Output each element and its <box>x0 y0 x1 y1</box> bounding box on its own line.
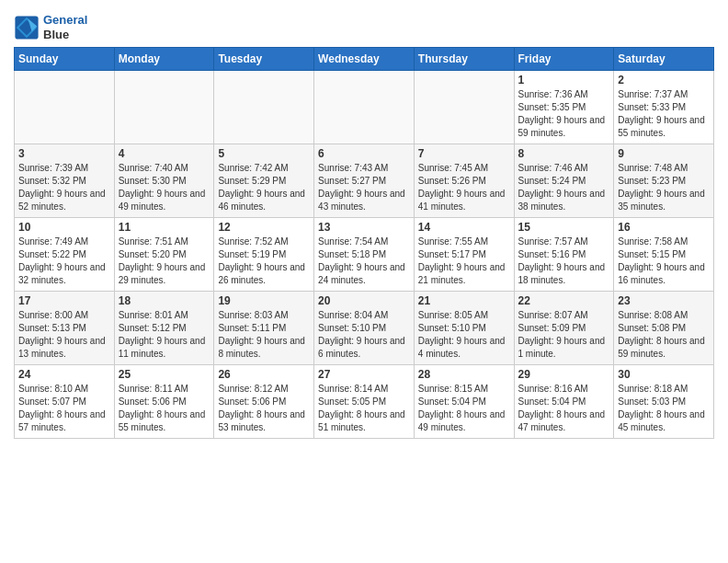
day-number: 7 <box>418 147 510 160</box>
day-info: Sunrise: 8:08 AM Sunset: 5:08 PM Dayligh… <box>618 309 710 361</box>
day-info: Sunrise: 8:11 AM Sunset: 5:06 PM Dayligh… <box>119 383 210 434</box>
day-number: 16 <box>618 221 710 234</box>
day-info: Sunrise: 7:46 AM Sunset: 5:24 PM Dayligh… <box>518 162 610 213</box>
day-number: 28 <box>418 368 510 381</box>
calendar-day-cell <box>414 71 514 144</box>
calendar-table: SundayMondayTuesdayWednesdayThursdayFrid… <box>14 47 714 439</box>
day-of-week-header: Friday <box>514 48 614 71</box>
calendar-day-cell: 10Sunrise: 7:49 AM Sunset: 5:22 PM Dayli… <box>15 218 115 292</box>
calendar-day-cell: 8Sunrise: 7:46 AM Sunset: 5:24 PM Daylig… <box>514 144 614 218</box>
day-number: 5 <box>218 147 310 160</box>
calendar-day-cell: 13Sunrise: 7:54 AM Sunset: 5:18 PM Dayli… <box>314 218 415 292</box>
day-of-week-header: Wednesday <box>314 48 415 71</box>
calendar-day-cell <box>114 71 214 144</box>
calendar-day-cell: 18Sunrise: 8:01 AM Sunset: 5:12 PM Dayli… <box>114 292 214 365</box>
day-info: Sunrise: 7:51 AM Sunset: 5:20 PM Dayligh… <box>119 236 210 287</box>
day-info: Sunrise: 8:04 AM Sunset: 5:10 PM Dayligh… <box>318 309 410 361</box>
calendar-day-cell: 29Sunrise: 8:16 AM Sunset: 5:04 PM Dayli… <box>514 365 614 439</box>
page-header: General Blue <box>14 9 714 41</box>
calendar-day-cell: 9Sunrise: 7:48 AM Sunset: 5:23 PM Daylig… <box>614 144 714 218</box>
calendar-day-cell: 5Sunrise: 7:42 AM Sunset: 5:29 PM Daylig… <box>214 144 314 218</box>
day-number: 11 <box>119 221 210 234</box>
calendar-day-cell <box>314 71 415 144</box>
calendar-day-cell: 28Sunrise: 8:15 AM Sunset: 5:04 PM Dayli… <box>414 365 514 439</box>
calendar-day-cell <box>214 71 314 144</box>
calendar-day-cell: 14Sunrise: 7:55 AM Sunset: 5:17 PM Dayli… <box>414 218 514 292</box>
day-info: Sunrise: 7:39 AM Sunset: 5:32 PM Dayligh… <box>18 162 110 213</box>
calendar-day-cell: 3Sunrise: 7:39 AM Sunset: 5:32 PM Daylig… <box>15 144 115 218</box>
day-number: 25 <box>119 368 210 381</box>
day-info: Sunrise: 8:10 AM Sunset: 5:07 PM Dayligh… <box>18 383 110 434</box>
calendar-day-cell: 6Sunrise: 7:43 AM Sunset: 5:27 PM Daylig… <box>314 144 415 218</box>
calendar-day-cell: 27Sunrise: 8:14 AM Sunset: 5:05 PM Dayli… <box>314 365 415 439</box>
day-number: 19 <box>218 294 310 307</box>
calendar-day-cell: 1Sunrise: 7:36 AM Sunset: 5:35 PM Daylig… <box>514 71 614 144</box>
day-of-week-header: Monday <box>114 48 214 71</box>
calendar-day-cell: 12Sunrise: 7:52 AM Sunset: 5:19 PM Dayli… <box>214 218 314 292</box>
calendar-day-cell: 11Sunrise: 7:51 AM Sunset: 5:20 PM Dayli… <box>114 218 214 292</box>
day-number: 17 <box>18 294 110 307</box>
calendar-day-cell: 16Sunrise: 7:58 AM Sunset: 5:15 PM Dayli… <box>614 218 714 292</box>
calendar-week-row: 17Sunrise: 8:00 AM Sunset: 5:13 PM Dayli… <box>15 292 714 365</box>
calendar-week-row: 10Sunrise: 7:49 AM Sunset: 5:22 PM Dayli… <box>15 218 714 292</box>
calendar-day-cell: 17Sunrise: 8:00 AM Sunset: 5:13 PM Dayli… <box>15 292 115 365</box>
day-info: Sunrise: 7:57 AM Sunset: 5:16 PM Dayligh… <box>518 236 610 287</box>
day-number: 12 <box>218 221 310 234</box>
calendar-day-cell: 30Sunrise: 8:18 AM Sunset: 5:03 PM Dayli… <box>614 365 714 439</box>
calendar-day-cell: 20Sunrise: 8:04 AM Sunset: 5:10 PM Dayli… <box>314 292 415 365</box>
day-number: 29 <box>518 368 610 381</box>
day-number: 21 <box>418 294 510 307</box>
day-number: 8 <box>518 147 610 160</box>
calendar-week-row: 24Sunrise: 8:10 AM Sunset: 5:07 PM Dayli… <box>15 365 714 439</box>
day-number: 6 <box>318 147 410 160</box>
day-info: Sunrise: 8:16 AM Sunset: 5:04 PM Dayligh… <box>518 383 610 434</box>
calendar-day-cell: 21Sunrise: 8:05 AM Sunset: 5:10 PM Dayli… <box>414 292 514 365</box>
calendar-day-cell: 4Sunrise: 7:40 AM Sunset: 5:30 PM Daylig… <box>114 144 214 218</box>
day-info: Sunrise: 8:12 AM Sunset: 5:06 PM Dayligh… <box>218 383 310 434</box>
day-info: Sunrise: 7:49 AM Sunset: 5:22 PM Dayligh… <box>18 236 110 287</box>
day-number: 18 <box>119 294 210 307</box>
day-info: Sunrise: 8:18 AM Sunset: 5:03 PM Dayligh… <box>618 383 710 434</box>
day-of-week-header: Tuesday <box>214 48 314 71</box>
day-info: Sunrise: 7:54 AM Sunset: 5:18 PM Dayligh… <box>318 236 410 287</box>
logo: General Blue <box>14 13 87 41</box>
day-number: 13 <box>318 221 410 234</box>
calendar-day-cell: 22Sunrise: 8:07 AM Sunset: 5:09 PM Dayli… <box>514 292 614 365</box>
day-info: Sunrise: 8:15 AM Sunset: 5:04 PM Dayligh… <box>418 383 510 434</box>
day-number: 14 <box>418 221 510 234</box>
day-info: Sunrise: 7:42 AM Sunset: 5:29 PM Dayligh… <box>218 162 310 213</box>
calendar-day-cell: 15Sunrise: 7:57 AM Sunset: 5:16 PM Dayli… <box>514 218 614 292</box>
day-info: Sunrise: 7:58 AM Sunset: 5:15 PM Dayligh… <box>618 236 710 287</box>
calendar-day-cell: 23Sunrise: 8:08 AM Sunset: 5:08 PM Dayli… <box>614 292 714 365</box>
calendar-day-cell: 25Sunrise: 8:11 AM Sunset: 5:06 PM Dayli… <box>114 365 214 439</box>
day-of-week-header: Saturday <box>614 48 714 71</box>
day-info: Sunrise: 7:40 AM Sunset: 5:30 PM Dayligh… <box>119 162 210 213</box>
day-number: 4 <box>119 147 210 160</box>
calendar-day-cell: 2Sunrise: 7:37 AM Sunset: 5:33 PM Daylig… <box>614 71 714 144</box>
logo-text: General Blue <box>43 13 87 41</box>
calendar-header-row: SundayMondayTuesdayWednesdayThursdayFrid… <box>15 48 714 71</box>
logo-icon <box>14 15 40 40</box>
day-info: Sunrise: 8:07 AM Sunset: 5:09 PM Dayligh… <box>518 309 610 361</box>
day-number: 3 <box>18 147 110 160</box>
day-number: 2 <box>618 74 710 86</box>
page-container: General Blue SundayMondayTuesdayWednesda… <box>0 0 728 448</box>
day-info: Sunrise: 8:05 AM Sunset: 5:10 PM Dayligh… <box>418 309 510 361</box>
day-number: 10 <box>18 221 110 234</box>
day-number: 30 <box>618 368 710 381</box>
calendar-day-cell: 24Sunrise: 8:10 AM Sunset: 5:07 PM Dayli… <box>15 365 115 439</box>
day-info: Sunrise: 8:14 AM Sunset: 5:05 PM Dayligh… <box>318 383 410 434</box>
calendar-day-cell <box>15 71 115 144</box>
day-info: Sunrise: 8:01 AM Sunset: 5:12 PM Dayligh… <box>119 309 210 361</box>
calendar-day-cell: 26Sunrise: 8:12 AM Sunset: 5:06 PM Dayli… <box>214 365 314 439</box>
day-of-week-header: Sunday <box>15 48 115 71</box>
day-number: 9 <box>618 147 710 160</box>
day-info: Sunrise: 7:43 AM Sunset: 5:27 PM Dayligh… <box>318 162 410 213</box>
day-number: 1 <box>518 74 610 86</box>
day-number: 22 <box>518 294 610 307</box>
day-info: Sunrise: 7:36 AM Sunset: 5:35 PM Dayligh… <box>518 88 610 140</box>
day-info: Sunrise: 7:45 AM Sunset: 5:26 PM Dayligh… <box>418 162 510 213</box>
day-number: 20 <box>318 294 410 307</box>
day-info: Sunrise: 7:48 AM Sunset: 5:23 PM Dayligh… <box>618 162 710 213</box>
day-of-week-header: Thursday <box>414 48 514 71</box>
